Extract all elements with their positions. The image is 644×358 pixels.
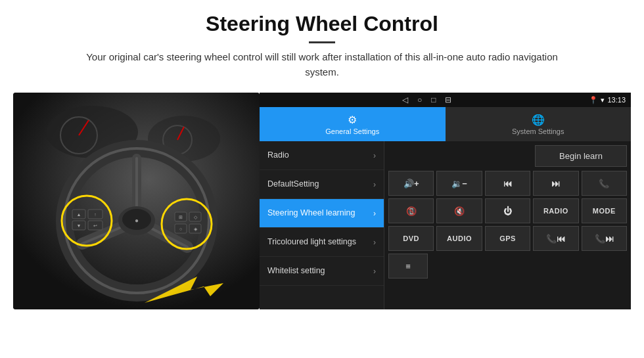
begin-learn-button[interactable]: Begin learn (535, 145, 627, 167)
mode-button[interactable]: MODE (582, 198, 627, 223)
general-settings-icon: ⚙ (348, 114, 357, 126)
chevron-right-icon: › (373, 238, 376, 247)
settings-menu: Radio › DefaultSetting › Steering Wheel … (260, 141, 384, 309)
svg-text:▼: ▼ (77, 223, 81, 228)
phone-answer-button[interactable]: 📞 (582, 171, 627, 196)
power-icon: ⏻ (503, 206, 512, 216)
status-icons: 📍 ▾ 13:13 (589, 96, 626, 104)
header-description: Your original car's steering wheel contr… (79, 50, 565, 79)
title-divider (309, 41, 335, 43)
menu-radio-label: Radio (267, 150, 289, 160)
vol-up-icon: 🔊+ (403, 179, 419, 189)
wifi-icon: ▾ (601, 96, 605, 104)
control-grid-row4: ≡ (388, 254, 627, 279)
nav-icons: ◁ ○ □ ⊟ (265, 95, 589, 104)
svg-text:○: ○ (179, 227, 182, 231)
menu-whitelist-label: Whitelist setting (267, 265, 325, 276)
chevron-right-icon: › (373, 151, 376, 160)
menu-item-default[interactable]: DefaultSetting › (260, 170, 384, 199)
chevron-right-icon: › (373, 209, 376, 218)
menu-tricoloured-label: Tricoloured light settings (267, 236, 356, 247)
home-icon[interactable]: ○ (417, 95, 422, 104)
system-settings-icon: 🌐 (532, 114, 545, 126)
page-title: Steering Wheel Control (26, 12, 618, 36)
vol-down-icon: 🔉− (451, 179, 467, 189)
next-track-button[interactable]: ⏭ (533, 171, 578, 196)
menu-default-label: DefaultSetting (267, 179, 319, 189)
next-track-icon: ⏭ (551, 179, 560, 189)
tel-prev-icon: 📞⏮ (546, 234, 565, 244)
recents-icon[interactable]: □ (431, 95, 436, 104)
chevron-right-icon: › (373, 267, 376, 276)
prev-track-button[interactable]: ⏮ (485, 171, 530, 196)
clock: 13:13 (607, 96, 626, 104)
chevron-right-icon: › (373, 180, 376, 189)
menu-nav-icon[interactable]: ⊟ (445, 95, 451, 104)
tab-system[interactable]: 🌐 System Settings (446, 107, 632, 141)
svg-text:↑: ↑ (94, 212, 97, 217)
menu-steering-label: Steering Wheel learning (267, 208, 355, 218)
mute-icon: 🔇 (454, 206, 465, 216)
svg-text:⊞: ⊞ (179, 215, 183, 219)
menu-item-radio[interactable]: Radio › (260, 141, 384, 170)
power-button[interactable]: ⏻ (485, 198, 530, 223)
tab-general[interactable]: ⚙ General Settings (260, 107, 446, 141)
menu-item-steering[interactable]: Steering Wheel learning › (260, 199, 384, 228)
svg-text:▲: ▲ (77, 212, 81, 217)
back-icon[interactable]: ◁ (402, 95, 408, 104)
menu-item-whitelist[interactable]: Whitelist setting › (260, 257, 384, 286)
gps-button[interactable]: GPS (485, 226, 530, 251)
vol-down-button[interactable]: 🔉− (436, 171, 482, 196)
svg-text:↩: ↩ (93, 223, 97, 228)
svg-text:●: ● (135, 217, 139, 224)
tab-general-label: General Settings (325, 127, 379, 135)
control-grid-row3: DVD AUDIO GPS 📞⏮ 📞⏭ (388, 226, 627, 251)
radio-button[interactable]: RADIO (533, 198, 578, 223)
tab-bar: ⚙ General Settings 🌐 System Settings (260, 107, 631, 141)
mute-button[interactable]: 🔇 (436, 198, 482, 223)
vol-up-button[interactable]: 🔊+ (388, 171, 434, 196)
audio-button[interactable]: AUDIO (436, 226, 482, 251)
menu-button[interactable]: ≡ (388, 254, 428, 279)
dvd-button[interactable]: DVD (388, 226, 434, 251)
tel-next-icon: 📞⏭ (595, 234, 614, 244)
hang-up-icon: 📵 (406, 206, 417, 216)
menu-item-tricoloured[interactable]: Tricoloured light settings › (260, 228, 384, 257)
settings-content: Radio › DefaultSetting › Steering Wheel … (260, 141, 631, 309)
tel-next-button[interactable]: 📞⏭ (582, 226, 627, 251)
location-icon: 📍 (589, 96, 598, 104)
steering-wheel-panel: Begin learn 🔊+ 🔉− ⏮ ⏭ (384, 141, 631, 309)
tab-system-label: System Settings (512, 127, 564, 135)
phone-icon: 📞 (599, 179, 609, 189)
control-grid-row2: 📵 🔇 ⏻ RADIO MODE (388, 198, 627, 223)
prev-track-icon: ⏮ (503, 179, 512, 189)
menu-icon: ≡ (405, 261, 411, 271)
control-grid-row1: 🔊+ 🔉− ⏮ ⏭ 📞 (388, 171, 627, 196)
main-content: ● ▲ ▼ ↑ ↩ ⊞ ◇ ○ ◈ (0, 86, 644, 316)
hang-up-button[interactable]: 📵 (388, 198, 434, 223)
android-screen: ◁ ○ □ ⊟ 📍 ▾ 13:13 ⚙ General Settings 🌐 S… (260, 93, 631, 309)
tel-prev-button[interactable]: 📞⏮ (533, 226, 578, 251)
steering-wheel-image: ● ▲ ▼ ↑ ↩ ⊞ ◇ ○ ◈ (13, 93, 260, 309)
begin-learn-row: Begin learn (388, 145, 627, 167)
status-bar: ◁ ○ □ ⊟ 📍 ▾ 13:13 (260, 93, 631, 107)
page-header: Steering Wheel Control Your original car… (0, 0, 644, 86)
